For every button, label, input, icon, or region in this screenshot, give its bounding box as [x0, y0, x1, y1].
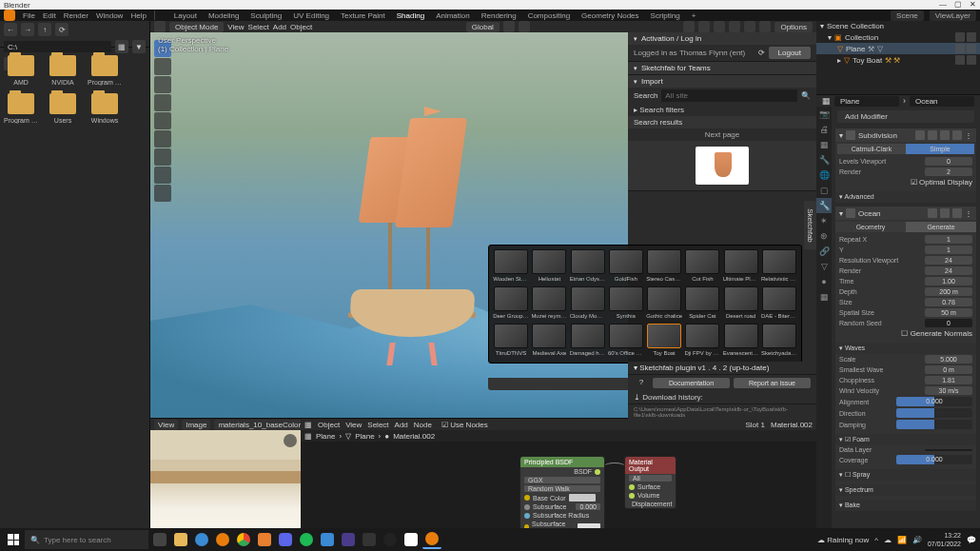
app-spotify-icon[interactable] — [297, 530, 316, 549]
use-nodes-checkbox[interactable]: ☑ — [441, 421, 448, 429]
direction-slider[interactable] — [896, 408, 972, 418]
optimal-display-checkbox[interactable]: ☑ Optimal Display — [911, 178, 972, 187]
node-graph[interactable]: Principled BSDF BSDF GGX Random Walk Bas… — [301, 442, 816, 528]
weather-widget[interactable]: ☁ Raining now — [817, 536, 869, 544]
tray-onedrive-icon[interactable]: ☁ — [884, 536, 892, 544]
app-vscode-icon[interactable] — [318, 530, 337, 549]
vp-menu-view[interactable]: View — [227, 23, 244, 31]
refresh-icon[interactable]: ⟳ — [758, 49, 765, 57]
size-input[interactable]: 0.78 — [925, 298, 972, 306]
depth-input[interactable]: 200 m — [925, 287, 972, 296]
tool-move-icon[interactable] — [154, 76, 171, 93]
fb-display-icon[interactable]: ▦ — [115, 40, 128, 53]
props-tab-render[interactable]: 📷 — [816, 107, 832, 122]
options-button[interactable]: Options — [774, 22, 813, 32]
imged-image-menu[interactable]: Image — [182, 420, 210, 430]
props-tab-particles[interactable]: ✶ — [816, 213, 832, 228]
tool-measure-icon[interactable] — [154, 167, 171, 184]
repeat-x-input[interactable]: 1 — [925, 235, 972, 244]
props-tab-view[interactable]: ▦ — [816, 137, 832, 152]
props-tab-object[interactable]: ▢ — [816, 183, 832, 198]
vp-menu-select[interactable]: Select — [248, 23, 269, 31]
mod-edit-icon[interactable] — [952, 208, 962, 218]
choppiness-input[interactable]: 1.81 — [925, 376, 972, 384]
ne-menu-select[interactable]: Select — [367, 421, 388, 429]
asset-item[interactable]: Deer Group - St… — [493, 286, 529, 322]
orientation-dropdown[interactable]: Global — [466, 22, 500, 32]
res-render-input[interactable]: 24 — [925, 266, 972, 275]
spray-section-toggle[interactable]: ☐ Spray — [835, 469, 976, 481]
imged-view-menu[interactable]: View — [154, 420, 178, 430]
app-firefox-icon[interactable] — [213, 530, 232, 549]
docs-button[interactable]: Documentation — [653, 378, 730, 388]
tool-transform-icon[interactable] — [154, 130, 171, 148]
data-layer-input[interactable] — [925, 449, 972, 451]
search-filters-toggle[interactable]: ▸ Search filters — [634, 106, 684, 114]
mod-cage-icon[interactable] — [952, 130, 962, 140]
ocean-tab-geometry[interactable]: Geometry — [835, 222, 906, 232]
app-ae-icon[interactable] — [339, 530, 358, 549]
asset-item[interactable]: Toy Boat — [646, 324, 682, 359]
fb-back-icon[interactable]: ← — [4, 23, 17, 36]
ws-render[interactable]: Rendering — [481, 11, 517, 20]
random-seed-input[interactable]: 0 — [925, 319, 972, 327]
coverage-slider[interactable]: 0.000 — [896, 455, 972, 464]
props-tab-world[interactable]: 🌐 — [816, 167, 832, 183]
foam-section-toggle[interactable]: ☑ Foam — [835, 434, 976, 445]
ws-sculpting[interactable]: Sculpting — [250, 11, 282, 20]
menu-window[interactable]: Window — [96, 11, 123, 20]
app-edge-icon[interactable] — [192, 530, 211, 549]
asset-item[interactable]: Heliostat — [531, 249, 567, 285]
mod-render-icon[interactable] — [928, 130, 937, 140]
app-epic-icon[interactable] — [360, 530, 379, 549]
node-breadcrumb[interactable]: ▦Plane› ▽Plane› ●Material.002 — [304, 432, 435, 441]
ws-add[interactable]: + — [692, 11, 696, 20]
time-input[interactable]: 1.00 — [925, 277, 972, 285]
repeat-y-input[interactable]: 1 — [925, 246, 972, 254]
task-view-icon[interactable] — [150, 530, 169, 549]
waves-section-toggle[interactable]: Waves — [835, 343, 976, 354]
damping-slider[interactable] — [896, 420, 972, 429]
folder-item[interactable]: Program Files — [88, 55, 122, 86]
gen-normals-checkbox[interactable]: ☐ Generate Normals — [901, 329, 972, 338]
menu-help[interactable]: Help — [130, 11, 146, 20]
help-icon[interactable]: ? — [634, 378, 649, 388]
levels-render-input[interactable]: 2 — [925, 167, 972, 176]
tool-annotate-icon[interactable] — [154, 148, 171, 166]
ws-anim[interactable]: Animation — [436, 11, 470, 20]
skfab-teams-header[interactable]: Sketchfab for Teams — [628, 62, 816, 74]
imged-reset-icon[interactable] — [284, 434, 297, 447]
asset-item[interactable]: Damaged hands — [570, 324, 606, 359]
tray-wifi-icon[interactable]: 📶 — [897, 536, 907, 544]
props-tab-physics[interactable]: ⊛ — [816, 228, 832, 244]
selected-preview[interactable] — [628, 141, 816, 190]
start-button[interactable] — [4, 530, 23, 549]
editor-type-icon[interactable] — [154, 21, 166, 32]
res-viewport-input[interactable]: 24 — [925, 256, 972, 265]
outliner-item-plane[interactable]: ▽Plane⚒ ▽ — [816, 43, 980, 54]
next-page-button[interactable]: Next page — [628, 128, 816, 141]
props-tab-output[interactable]: 🖨 — [816, 122, 832, 137]
outliner-scene[interactable]: ▾Scene Collection — [816, 21, 980, 31]
xray-icon[interactable] — [698, 21, 710, 32]
ws-geonodes[interactable]: Geometry Nodes — [581, 11, 638, 20]
mod-edit-icon[interactable] — [940, 130, 950, 140]
spectrum-section-toggle[interactable]: Spectrum — [835, 484, 976, 496]
props-tab-data[interactable]: ▽ — [816, 259, 832, 274]
snap-icon[interactable] — [503, 21, 515, 32]
shading-rendered-icon[interactable] — [759, 21, 771, 32]
props-tab-material[interactable]: ● — [816, 274, 832, 289]
levels-viewport-input[interactable]: 0 — [925, 157, 972, 166]
asset-item[interactable]: Spider Cat — [684, 286, 720, 322]
tool-cursor-icon[interactable] — [154, 58, 171, 75]
material-output-node[interactable]: Material Output All Surface Volume Displ… — [624, 456, 676, 509]
wave-scale-input[interactable]: 5.000 — [925, 355, 972, 364]
folder-item[interactable]: AMD — [4, 55, 38, 86]
ws-layout[interactable]: Layout — [174, 11, 197, 20]
props-obj-name[interactable]: Plane — [834, 96, 899, 107]
menu-render[interactable]: Render — [64, 11, 88, 20]
folder-item[interactable]: Program Files… — [4, 93, 38, 124]
outliner-item-toyboat[interactable]: ▸▽Toy Boat⚒ ⚒ — [816, 54, 980, 66]
menu-edit[interactable]: Edit — [43, 11, 56, 20]
search-icon[interactable]: 🔍 — [801, 91, 811, 100]
